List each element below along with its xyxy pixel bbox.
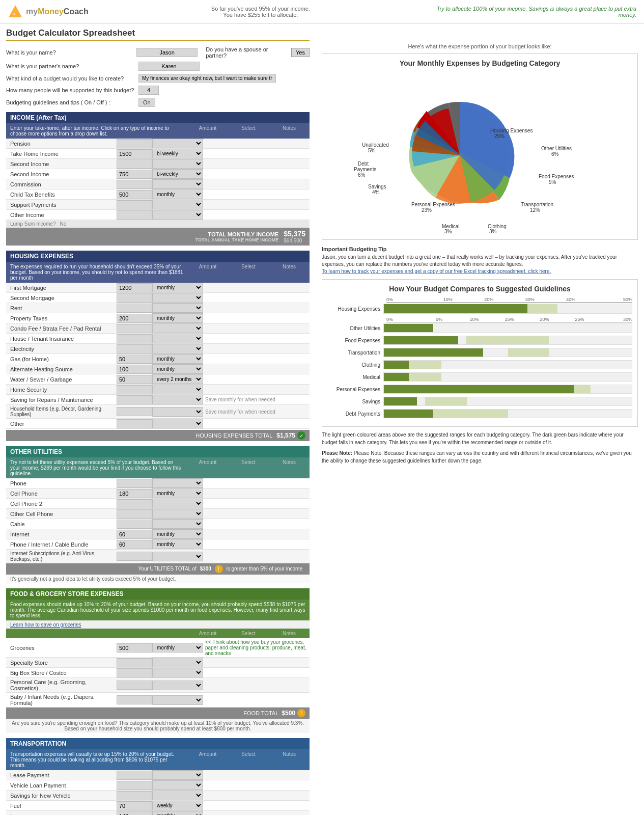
- budget-type-input[interactable]: [138, 74, 276, 83]
- internet-amount[interactable]: [117, 530, 152, 539]
- vehicle-savings-select[interactable]: [152, 791, 203, 800]
- mortgage2-amount[interactable]: [117, 293, 152, 303]
- food-link[interactable]: Learn how to save on groceries: [10, 622, 81, 628]
- pie-label-utilities: Other Utilities: [541, 146, 572, 151]
- commission-amount[interactable]: [117, 180, 152, 189]
- electricity-amount[interactable]: [117, 344, 152, 354]
- childtax-select[interactable]: monthlybi-weekly: [152, 189, 203, 199]
- svg-text:3%: 3%: [444, 229, 452, 234]
- fuel-select[interactable]: weeklymonthly: [152, 801, 203, 810]
- cell-select[interactable]: monthly: [152, 488, 203, 498]
- support-select[interactable]: monthly: [152, 200, 203, 209]
- commission-select[interactable]: monthly: [152, 179, 203, 189]
- condo-select[interactable]: [152, 323, 203, 333]
- tip-link[interactable]: To learn how to track your expenses and …: [322, 268, 551, 274]
- internet-select[interactable]: monthly: [152, 529, 203, 539]
- baby-amount[interactable]: [117, 695, 152, 704]
- household-select[interactable]: [152, 407, 203, 417]
- utilities-section-header: OTHER UTILITIES: [6, 446, 310, 457]
- bundle-select[interactable]: monthly: [152, 539, 203, 549]
- specialty-amount[interactable]: [117, 658, 152, 667]
- fuel-amount[interactable]: [117, 801, 152, 810]
- childtax-amount[interactable]: [117, 190, 152, 199]
- propertytax-amount[interactable]: [117, 314, 152, 323]
- other-income-amount[interactable]: [117, 210, 152, 220]
- lease-amount[interactable]: [117, 771, 152, 780]
- people-input[interactable]: [138, 86, 159, 95]
- vehicle-savings-amount[interactable]: [117, 791, 152, 800]
- altheating-select[interactable]: monthly: [152, 364, 203, 374]
- other-income-select[interactable]: monthly: [152, 210, 203, 220]
- house-insurance-select[interactable]: [152, 334, 203, 343]
- water-amount[interactable]: [117, 375, 152, 384]
- rent-amount[interactable]: [117, 304, 152, 313]
- pension-amount[interactable]: [117, 139, 152, 148]
- right-panel: Here's what the expense portion of your …: [316, 24, 644, 815]
- cell-amount[interactable]: [117, 489, 152, 498]
- cell2-select[interactable]: [152, 499, 203, 508]
- svg-text:12%: 12%: [530, 207, 540, 213]
- takehome-select[interactable]: bi-weeklymonthly: [152, 149, 203, 158]
- specialty-select[interactable]: [152, 658, 203, 667]
- altheating-amount[interactable]: [117, 365, 152, 374]
- repairs-select[interactable]: [152, 395, 203, 404]
- second2-amount[interactable]: [117, 170, 152, 179]
- auto-insurance-amount[interactable]: [117, 811, 152, 816]
- phone-amount[interactable]: [117, 479, 152, 488]
- othercell-select[interactable]: [152, 509, 203, 519]
- gas-amount[interactable]: [117, 355, 152, 364]
- bar-actual-personal: [384, 385, 574, 393]
- support-amount[interactable]: [117, 200, 152, 209]
- name-input[interactable]: [136, 48, 198, 57]
- electricity-select[interactable]: [152, 344, 203, 354]
- cable-amount[interactable]: [117, 520, 152, 529]
- pension-select[interactable]: monthlybi-weekly: [152, 139, 203, 148]
- bigbox-amount[interactable]: [117, 668, 152, 677]
- loan-amount[interactable]: [117, 781, 152, 790]
- security-select[interactable]: [152, 385, 203, 394]
- repairs-amount[interactable]: [117, 395, 152, 404]
- other-housing-select[interactable]: [152, 419, 203, 428]
- housing-section-header: HOUSING EXPENSES: [6, 251, 310, 262]
- rent-select[interactable]: [152, 303, 203, 313]
- othercell-amount[interactable]: [117, 509, 152, 519]
- propertytax-select[interactable]: monthly: [152, 313, 203, 323]
- groceries-select[interactable]: monthly: [152, 643, 203, 653]
- loan-select[interactable]: [152, 780, 203, 790]
- water-select[interactable]: every 2 monthsmonthly: [152, 374, 203, 384]
- house-insurance-amount[interactable]: [117, 334, 152, 343]
- personalcare-select[interactable]: [152, 681, 203, 690]
- food-total-label: FOOD TOTAL: [10, 710, 282, 716]
- second1-select[interactable]: monthly: [152, 159, 203, 169]
- subscriptions-amount[interactable]: [117, 552, 152, 561]
- cable-select[interactable]: [152, 519, 203, 529]
- condo-amount[interactable]: [117, 324, 152, 333]
- personalcare-amount[interactable]: [117, 681, 152, 690]
- auto-insurance-select[interactable]: monthly: [152, 811, 203, 815]
- cell2-amount[interactable]: [117, 499, 152, 508]
- tips-value[interactable]: On: [138, 98, 155, 107]
- bundle-amount[interactable]: [117, 540, 152, 549]
- subscriptions-select[interactable]: [152, 552, 203, 561]
- mortgage1-select[interactable]: monthly: [152, 283, 203, 292]
- second1-amount[interactable]: [117, 159, 152, 169]
- spouse-btn[interactable]: Yes: [291, 48, 310, 57]
- gas-select[interactable]: monthly: [152, 354, 203, 364]
- phone-select[interactable]: [152, 478, 203, 488]
- baby-select[interactable]: [152, 695, 203, 705]
- second2-select[interactable]: bi-weeklymonthly: [152, 169, 203, 179]
- progress-line2: You have $255 left to allocate.: [211, 12, 310, 18]
- lease-select[interactable]: [152, 770, 203, 780]
- mortgage1-amount[interactable]: [117, 283, 152, 292]
- security-amount[interactable]: [117, 385, 152, 394]
- food-section-header: FOOD & GROCERY STORE EXPENSES: [6, 588, 310, 600]
- bar-track-savings: [383, 397, 632, 406]
- household-amount[interactable]: [117, 407, 152, 416]
- utilities-status-icon: !: [215, 565, 223, 573]
- groceries-amount[interactable]: [117, 643, 152, 653]
- takehome-amount[interactable]: [117, 149, 152, 158]
- mortgage2-select[interactable]: [152, 293, 203, 303]
- bigbox-select[interactable]: [152, 668, 203, 677]
- partner-input[interactable]: [138, 62, 200, 71]
- other-housing-amount[interactable]: [117, 419, 152, 428]
